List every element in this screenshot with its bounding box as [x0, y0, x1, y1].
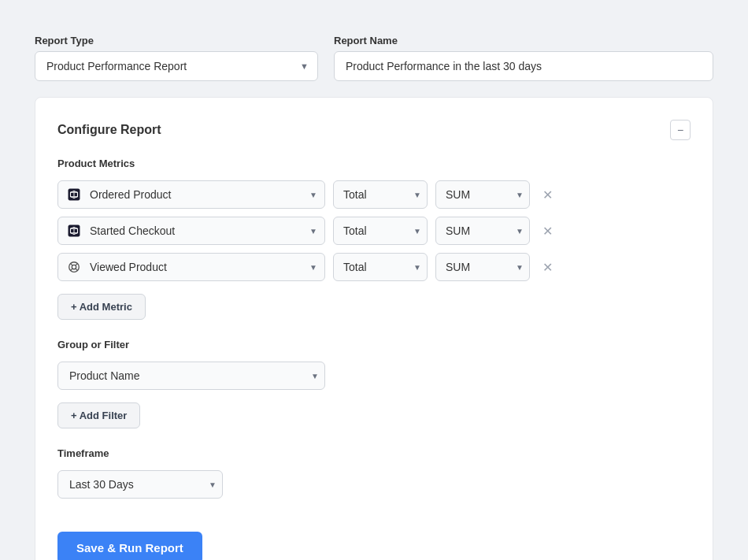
started-checkout-select[interactable]: Started Checkout Ordered Product Viewed …: [57, 217, 325, 245]
report-name-label: Report Name: [334, 35, 713, 46]
report-type-label: Report Type: [35, 35, 318, 46]
started-checkout-qualifier-wrapper[interactable]: Total Unique Average ▼: [333, 217, 428, 245]
started-checkout-agg-select[interactable]: SUM COUNT AVG: [435, 217, 530, 245]
viewed-product-agg-wrapper[interactable]: SUM COUNT AVG ▼: [435, 253, 530, 281]
configure-panel: Configure Report − Product Metrics: [35, 97, 713, 560]
viewed-product-qualifier-wrapper[interactable]: Total Unique Average ▼: [333, 253, 428, 281]
report-type-select[interactable]: Product Performance Report: [35, 51, 318, 81]
timeframe-select-wrapper[interactable]: Last 7 Days Last 30 Days Last 90 Days La…: [57, 470, 223, 499]
metric-row-ordered-product: Ordered Product Started Checkout Viewed …: [57, 180, 691, 209]
filter-select-wrapper[interactable]: Product Name Product Category Product SK…: [57, 362, 325, 390]
report-name-group: Report Name: [334, 35, 713, 81]
add-filter-button[interactable]: + Add Filter: [57, 402, 140, 428]
group-filter-label: Group or Filter: [57, 339, 691, 350]
remove-viewed-product-button[interactable]: ✕: [538, 257, 557, 278]
ordered-product-agg-wrapper[interactable]: SUM COUNT AVG ▼: [435, 180, 530, 209]
page-container: Report Type Product Performance Report ▼…: [16, 16, 732, 560]
collapse-icon: −: [677, 124, 683, 136]
ordered-product-qualifier-wrapper[interactable]: Total Unique Average ▼: [333, 180, 428, 209]
ordered-product-qualifier-select[interactable]: Total Unique Average: [333, 180, 428, 209]
report-type-select-wrapper[interactable]: Product Performance Report ▼: [35, 51, 318, 81]
timeframe-label: Timeframe: [57, 447, 691, 459]
ordered-product-select[interactable]: Ordered Product Started Checkout Viewed …: [57, 180, 325, 209]
viewed-product-agg-select[interactable]: SUM COUNT AVG: [435, 253, 530, 281]
ordered-product-select-wrapper[interactable]: Ordered Product Started Checkout Viewed …: [57, 180, 325, 209]
metric-row-viewed-product: Viewed Product Ordered Product Started C…: [57, 253, 691, 281]
timeframe-select[interactable]: Last 7 Days Last 30 Days Last 90 Days La…: [57, 470, 223, 499]
metric-row-started-checkout: Started Checkout Ordered Product Viewed …: [57, 217, 691, 245]
section-divider-2: Timeframe Last 7 Days Last 30 Days Last …: [57, 447, 691, 499]
configure-title: Configure Report: [57, 123, 161, 137]
save-run-button[interactable]: Save & Run Report: [57, 532, 202, 560]
remove-started-checkout-button[interactable]: ✕: [538, 221, 557, 242]
filter-row: Product Name Product Category Product SK…: [57, 362, 691, 390]
configure-header: Configure Report −: [57, 120, 691, 140]
ordered-product-agg-select[interactable]: SUM COUNT AVG: [435, 180, 530, 209]
section-divider-1: Group or Filter Product Name Product Cat…: [57, 339, 691, 428]
started-checkout-select-wrapper[interactable]: Started Checkout Ordered Product Viewed …: [57, 217, 325, 245]
viewed-product-qualifier-select[interactable]: Total Unique Average: [333, 253, 428, 281]
report-type-group: Report Type Product Performance Report ▼: [35, 35, 318, 81]
filter-select[interactable]: Product Name Product Category Product SK…: [57, 362, 325, 390]
started-checkout-qualifier-select[interactable]: Total Unique Average: [333, 217, 428, 245]
viewed-product-select-wrapper[interactable]: Viewed Product Ordered Product Started C…: [57, 253, 325, 281]
top-row: Report Type Product Performance Report ▼…: [35, 35, 713, 81]
viewed-product-select[interactable]: Viewed Product Ordered Product Started C…: [57, 253, 325, 281]
remove-ordered-product-button[interactable]: ✕: [538, 184, 557, 206]
report-name-input[interactable]: [334, 51, 713, 81]
collapse-button[interactable]: −: [670, 120, 691, 140]
started-checkout-agg-wrapper[interactable]: SUM COUNT AVG ▼: [435, 217, 530, 245]
product-metrics-label: Product Metrics: [57, 158, 691, 169]
add-metric-button[interactable]: + Add Metric: [57, 294, 146, 320]
